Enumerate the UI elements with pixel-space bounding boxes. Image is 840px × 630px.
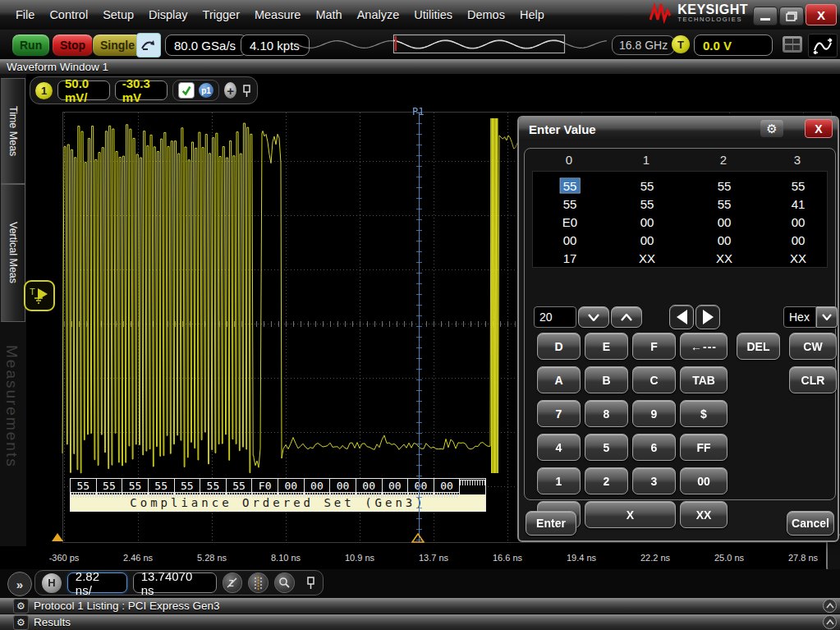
results-gear-button[interactable]: ⚙ <box>13 615 29 630</box>
key-1[interactable]: 1 <box>537 467 581 494</box>
dialog-settings-button[interactable]: ⚙ <box>760 120 783 137</box>
minimize-button[interactable] <box>753 7 778 25</box>
backspace-key[interactable]: ←--- <box>680 333 728 360</box>
byte-cell[interactable]: 00 <box>561 233 580 247</box>
close-button[interactable]: X <box>806 4 837 25</box>
key-7[interactable]: 7 <box>537 400 581 427</box>
enter-button[interactable]: Enter <box>526 511 576 536</box>
key-$[interactable]: $ <box>680 400 728 427</box>
channel-offset-field[interactable]: -30.3 mV <box>115 80 168 100</box>
add-button[interactable]: + <box>224 82 236 99</box>
key-b[interactable]: B <box>585 366 628 393</box>
search-zoom-button[interactable] <box>274 573 295 593</box>
key-8[interactable]: 8 <box>585 400 628 427</box>
key-c[interactable]: C <box>632 366 676 393</box>
key-ff[interactable]: FF <box>680 434 728 461</box>
panel-protocol-listing[interactable]: ⚙ Protocol 1 Listing : PCI Express Gen3 <box>0 598 840 614</box>
maximize-button[interactable] <box>779 7 804 25</box>
key-tab[interactable]: TAB <box>680 366 728 393</box>
h-badge[interactable]: H <box>42 573 62 593</box>
key-9[interactable]: 9 <box>632 400 676 427</box>
expand-chevrons-button[interactable]: » <box>7 572 32 596</box>
byte-cell[interactable]: XX <box>714 251 735 265</box>
p1-cursor-line[interactable] <box>419 113 420 542</box>
key-2[interactable]: 2 <box>585 467 628 494</box>
timebase-reference-marker[interactable] <box>52 533 63 541</box>
menu-item-trigger[interactable]: Trigger <box>195 5 247 25</box>
channel1-badge[interactable]: 1 <box>35 82 53 99</box>
acquisition-preview[interactable] <box>296 34 607 55</box>
byte-cell[interactable]: 55 <box>715 197 734 211</box>
hbar-pin-icon[interactable] <box>305 576 316 590</box>
channel-pin-icon[interactable] <box>241 84 252 98</box>
sample-rate-field[interactable]: 80.0 GSa/s <box>165 34 247 56</box>
protocol-gear-button[interactable]: ⚙ <box>13 599 29 614</box>
key-6[interactable]: 6 <box>632 434 676 461</box>
protocol-expand-button[interactable] <box>823 599 837 613</box>
byte-cell[interactable]: 00 <box>715 215 734 229</box>
zoom-off-button[interactable]: Z <box>223 573 243 593</box>
dialog-titlebar[interactable]: Enter Value <box>519 117 838 140</box>
byte-cell[interactable]: XX <box>787 251 809 265</box>
dialog-close-button[interactable]: X <box>805 119 833 138</box>
menu-item-utilities[interactable]: Utilities <box>406 5 460 25</box>
menu-item-demos[interactable]: Demos <box>460 5 512 25</box>
byte-cell[interactable]: 55 <box>561 197 580 211</box>
menu-item-control[interactable]: Control <box>42 5 95 25</box>
waveform-window-titlebar[interactable]: Waveform Window 1 <box>0 59 840 74</box>
trigger-position-marker[interactable] <box>411 533 425 543</box>
trigger-waveform-button[interactable] <box>808 34 838 57</box>
key-e[interactable]: E <box>585 333 628 360</box>
cancel-button[interactable]: Cancel <box>787 511 834 536</box>
p1-badge[interactable]: p1 <box>199 83 213 98</box>
byte-cell[interactable]: 55 <box>638 197 657 211</box>
menu-item-setup[interactable]: Setup <box>95 5 141 25</box>
touch-button[interactable] <box>136 33 161 57</box>
key-d[interactable]: D <box>537 333 581 360</box>
nav-right-button[interactable] <box>695 305 720 329</box>
timebase-position-field[interactable]: 13.74070 ns <box>133 573 217 593</box>
single-button[interactable]: Single <box>92 34 143 57</box>
byte-cell[interactable]: 55 <box>789 179 808 193</box>
byte-cell[interactable]: 55 <box>638 179 657 193</box>
visibility-checkbox[interactable] <box>178 82 195 99</box>
menu-item-file[interactable]: File <box>8 5 42 25</box>
byte-cell[interactable]: 00 <box>789 233 808 247</box>
key-f[interactable]: F <box>632 333 676 360</box>
menu-item-help[interactable]: Help <box>512 5 552 25</box>
run-button[interactable]: Run <box>11 34 50 57</box>
key-xx[interactable]: XX <box>680 501 728 528</box>
channel-scale-field[interactable]: 50.0 mV/ <box>57 80 110 100</box>
stop-button[interactable]: Stop <box>52 34 94 57</box>
results-expand-button[interactable] <box>823 615 837 629</box>
byte-cell[interactable]: 00 <box>789 215 808 229</box>
nav-left-button[interactable] <box>669 305 694 329</box>
menu-item-measure[interactable]: Measure <box>247 5 308 25</box>
grid-display-icon[interactable] <box>783 36 802 53</box>
key-a[interactable]: A <box>537 366 581 393</box>
menu-item-display[interactable]: Display <box>141 5 195 25</box>
key-cw[interactable]: CW <box>789 333 837 360</box>
key-x[interactable]: X <box>585 501 676 528</box>
key-00[interactable]: 00 <box>680 467 728 494</box>
index-value-input[interactable]: 20 <box>534 306 576 328</box>
byte-cell[interactable]: 00 <box>715 233 734 247</box>
byte-cell[interactable]: 55 <box>715 179 734 193</box>
timebase-scale-field[interactable]: 2.82 ns/ <box>67 573 127 593</box>
byte-cell[interactable]: 17 <box>561 251 580 265</box>
menu-item-analyze[interactable]: Analyze <box>350 5 407 25</box>
base-dropdown-button[interactable] <box>816 306 838 328</box>
tab-time-meas[interactable]: Time Meas <box>1 78 25 184</box>
byte-cell[interactable]: 41 <box>789 197 808 211</box>
key-3[interactable]: 3 <box>632 467 676 494</box>
byte-cell[interactable]: E0 <box>560 215 580 229</box>
byte-cell[interactable]: 00 <box>638 233 657 247</box>
spinner-down-button[interactable] <box>578 306 609 328</box>
trigger-marker-icon[interactable]: T <box>24 280 55 311</box>
base-select-value[interactable]: Hex <box>783 306 816 328</box>
byte-cell[interactable]: XX <box>636 251 658 265</box>
menu-item-math[interactable]: Math <box>308 5 349 25</box>
spinner-up-button[interactable] <box>611 306 642 328</box>
key-del[interactable]: DEL <box>737 333 780 360</box>
tab-vertical-meas[interactable]: Vertical Meas <box>1 184 25 322</box>
